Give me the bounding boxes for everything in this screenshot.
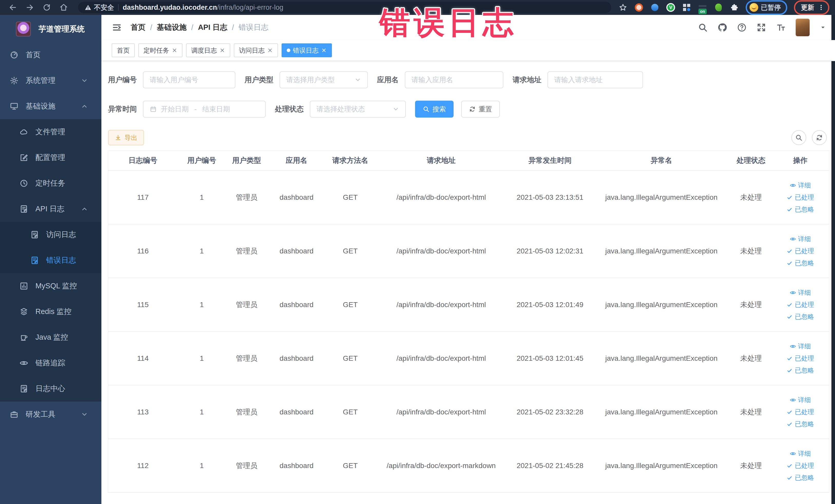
sidebar-item-redis[interactable]: Redis 监控 [0,299,101,324]
cell-time: 2021-05-03 12:01:45 [508,354,592,363]
extension-icon-green-sprout[interactable] [714,3,723,12]
github-icon[interactable] [717,23,727,32]
refresh-table-button[interactable] [812,130,827,145]
date-range-picker[interactable]: 开始日期 - 结束日期 [143,101,266,118]
close-icon[interactable] [321,47,327,53]
cell-user_type: 管理员 [226,354,267,363]
sidebar-item-config[interactable]: 配置管理 [0,145,101,170]
tab-错误日志[interactable]: 错误日志 [282,43,332,57]
cell-url: /api/infra/db-doc/export-html [374,301,508,309]
user-menu-caret-icon[interactable] [820,24,826,31]
app-logo-row[interactable]: 芋道管理系统 [0,15,101,42]
action-已忽略[interactable]: 已忽略 [787,473,814,482]
request-url-input[interactable] [554,76,636,84]
sidebar-item-error-log[interactable]: 错误日志 [0,247,101,273]
browser-update-button[interactable]: 更新 [794,0,829,15]
sidebar-item-infra[interactable]: 基础设施 [0,94,101,119]
tab-调度日志[interactable]: 调度日志 [186,43,230,57]
sidebar-item-job[interactable]: 定时任务 [0,170,101,196]
cell-url: /api/infra/db-doc/export-html [374,408,508,416]
sidebar-item-trace[interactable]: 链路追踪 [0,350,101,376]
extensions-puzzle-icon[interactable] [730,3,739,12]
sidebar-item-java[interactable]: Java 监控 [0,324,101,350]
tab-定时任务[interactable]: 定时任务 [138,43,183,57]
export-button[interactable]: 导出 [108,130,144,145]
browser-forward-button[interactable] [23,2,37,13]
header-search-icon[interactable] [698,23,708,32]
browser-back-button[interactable] [6,2,20,13]
action-详细[interactable]: 详细 [790,396,811,404]
cell-app: dashboard [267,408,326,416]
action-已处理[interactable]: 已处理 [787,300,814,309]
breadcrumb-item[interactable]: 首页 [131,22,145,33]
request-url-label: 请求地址 [513,75,541,85]
bookmark-star-icon[interactable] [618,3,628,12]
process-status-select[interactable]: 请选择处理状态 [310,101,406,118]
sidebar-item-log-center[interactable]: 日志中心 [0,376,101,402]
close-icon[interactable] [220,47,225,53]
breadcrumb-item[interactable]: API 日志 [198,22,227,33]
cell-actions: 详细已处理已忽略 [772,176,829,219]
action-已忽略[interactable]: 已忽略 [787,366,814,375]
browser-menu-kebab-icon[interactable] [818,4,824,11]
extension-icon-grid[interactable] [682,3,691,12]
action-已处理[interactable]: 已处理 [787,461,814,470]
check-icon [787,475,793,481]
close-icon[interactable] [267,47,273,53]
close-icon[interactable] [172,47,177,53]
user-type-select[interactable]: 请选择用户类型 [280,72,368,88]
browser-reload-button[interactable] [40,2,54,13]
action-详细[interactable]: 详细 [790,342,811,350]
action-已忽略[interactable]: 已忽略 [787,420,814,428]
action-已处理[interactable]: 已处理 [787,247,814,255]
reset-button[interactable]: 重置 [461,101,500,118]
user-id-label: 用户编号 [108,75,137,85]
sidebar-item-home[interactable]: 首页 [0,42,101,68]
table-row: 1131管理员dashboardGET/api/infra/db-doc/exp… [108,385,829,439]
sidebar-item-mysql[interactable]: MySQL 监控 [0,273,101,299]
sidebar-item-label: 错误日志 [46,255,76,265]
sidebar-item-access-log[interactable]: 访问日志 [0,222,101,247]
security-indicator[interactable]: 不安全 [85,3,114,12]
sidebar-item-file[interactable]: 文件管理 [0,119,101,145]
cell-exception: java.lang.IllegalArgumentException [592,193,731,202]
browser-home-button[interactable] [57,2,71,13]
tab-首页[interactable]: 首页 [111,43,135,57]
tab-paused-extension-pill[interactable]: 已暂停 [746,0,787,15]
font-size-icon[interactable] [776,23,786,32]
check-icon [787,421,793,427]
cell-time: 2021-05-02 21:45:28 [508,462,592,470]
refresh-icon [469,106,476,113]
action-详细[interactable]: 详细 [790,449,811,458]
app-name-input[interactable] [411,76,497,84]
action-已处理[interactable]: 已处理 [787,408,814,416]
sidebar-collapse-icon[interactable] [111,22,122,33]
toggle-search-button[interactable] [791,130,806,145]
search-button[interactable]: 搜索 [415,101,453,118]
action-已处理[interactable]: 已处理 [787,354,814,363]
action-详细[interactable]: 详细 [790,288,811,297]
cell-actions: 详细已处理已忽略 [772,390,829,434]
tab-访问日志[interactable]: 访问日志 [234,43,278,57]
action-详细[interactable]: 详细 [790,181,811,189]
docs-question-icon[interactable] [737,23,747,32]
sidebar-item-dev-tool[interactable]: 研发工具 [0,402,101,427]
extension-icon-green-v[interactable]: V [666,3,675,12]
extension-icon-blue-pin[interactable] [650,3,659,12]
user-id-input[interactable] [150,76,229,84]
action-详细[interactable]: 详细 [790,235,811,243]
extension-icon-orange-target[interactable] [634,3,644,12]
gauge-icon [10,51,19,59]
action-已处理[interactable]: 已处理 [787,193,814,202]
fullscreen-icon[interactable] [756,23,766,32]
user-avatar[interactable] [795,19,810,37]
action-已忽略[interactable]: 已忽略 [787,313,814,321]
extension-icon-tampermonkey[interactable]: on [698,3,707,12]
action-已忽略[interactable]: 已忽略 [787,259,814,267]
sidebar-item-api-log[interactable]: API 日志 [0,196,101,222]
address-bar[interactable]: 不安全 dashboard.yudao.iocoder.cn/infra/log… [78,2,611,13]
action-已忽略[interactable]: 已忽略 [787,205,814,214]
breadcrumb-item[interactable]: 基础设施 [157,22,187,33]
filter-row-1: 用户编号 用户类型 请选择用户类型 应用名 [108,72,829,88]
sidebar-item-system[interactable]: 系统管理 [0,68,101,94]
